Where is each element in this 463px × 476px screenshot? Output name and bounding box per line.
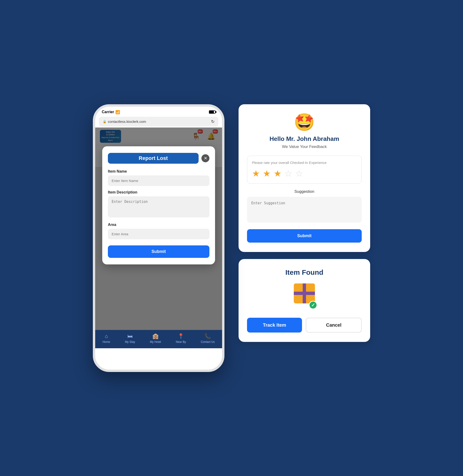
nav-my-stay[interactable]: 🛏 My Stay — [125, 333, 135, 344]
connector-line-top — [222, 149, 224, 150]
item-description-group: Item Description — [108, 190, 209, 218]
modal-submit-button[interactable]: Submit — [108, 245, 209, 258]
my-hotel-nav-icon: 🏨 — [152, 333, 159, 339]
modal-title: Report Lost — [108, 153, 199, 164]
star-2[interactable]: ★ — [263, 168, 271, 179]
suggestion-label: Suggestion — [247, 189, 362, 194]
star-1[interactable]: ★ — [252, 168, 260, 179]
item-found-card: Item Found ✓ Track Item Cancel — [239, 259, 370, 342]
phone-frame: Carrier 📶 🔒 contactless.kioclerk.com ↻ — [93, 104, 224, 372]
modal-overlay: Report Lost ✕ Item Name Item Description — [95, 128, 222, 348]
ribbon-vertical — [303, 284, 306, 303]
track-item-button[interactable]: Track Item — [247, 318, 302, 332]
feedback-subtitle: We Value Your Feedback — [247, 144, 362, 149]
status-right — [209, 110, 215, 114]
modal-close-button[interactable]: ✕ — [201, 154, 209, 162]
carrier-text: Carrier — [102, 110, 114, 114]
suggestion-input[interactable] — [247, 197, 362, 223]
report-lost-modal: Report Lost ✕ Item Name Item Description — [102, 146, 215, 264]
my-hotel-nav-label: My Hotel — [150, 340, 161, 344]
near-by-nav-label: Near By — [176, 340, 186, 344]
area-group: Area — [108, 223, 209, 239]
url-text: contactless.kioclerk.com — [108, 120, 146, 123]
my-stay-nav-label: My Stay — [125, 340, 135, 344]
package-box — [294, 284, 315, 303]
battery-icon — [209, 110, 215, 114]
status-left: Carrier 📶 — [102, 110, 120, 114]
item-description-input[interactable] — [108, 196, 209, 217]
home-nav-label: Home — [102, 340, 110, 344]
nav-home[interactable]: ⌂ Home — [102, 333, 110, 344]
feedback-icon-area: 🤩 — [247, 114, 362, 130]
cancel-button[interactable]: Cancel — [306, 318, 362, 332]
feedback-submit-button[interactable]: Submit — [247, 229, 362, 242]
star-4[interactable]: ☆ — [284, 168, 292, 179]
area-label: Area — [108, 223, 209, 227]
item-name-input[interactable] — [108, 175, 209, 186]
browser-url: 🔒 contactless.kioclerk.com — [103, 120, 146, 123]
refresh-icon[interactable]: ↻ — [211, 119, 214, 124]
nav-contact-us[interactable]: 📞 Contact Us — [201, 333, 214, 344]
rating-box: Please rate your overall Checked-In Expe… — [247, 156, 362, 184]
my-stay-nav-icon: 🛏 — [127, 333, 133, 339]
item-found-title: Item Found — [247, 268, 362, 277]
modal-header: Report Lost ✕ — [108, 153, 209, 164]
item-name-group: Item Name — [108, 169, 209, 186]
rating-placeholder-text: Please rate your overall Checked-In Expe… — [252, 161, 357, 164]
check-circle: ✓ — [309, 301, 317, 309]
star-5[interactable]: ☆ — [295, 168, 303, 179]
item-description-label: Item Description — [108, 190, 209, 194]
browser-bar[interactable]: 🔒 contactless.kioclerk.com ↻ — [99, 117, 218, 127]
star-3[interactable]: ★ — [274, 168, 282, 179]
nav-near-by[interactable]: 📍 Near By — [176, 333, 186, 344]
contact-nav-icon: 📞 — [205, 333, 211, 339]
stars-row[interactable]: ★ ★ ★ ☆ ☆ — [252, 168, 357, 179]
package-icon: ✓ — [291, 284, 317, 309]
item-found-icon-area: ✓ — [247, 284, 362, 309]
lock-icon: 🔒 — [103, 120, 107, 123]
contact-nav-label: Contact Us — [201, 340, 214, 344]
home-nav-icon: ⌂ — [105, 333, 108, 339]
item-name-label: Item Name — [108, 169, 209, 173]
near-by-nav-icon: 📍 — [178, 333, 184, 339]
right-panel: 🤩 Hello Mr. John Abraham We Value Your F… — [239, 104, 370, 342]
nav-my-hotel[interactable]: 🏨 My Hotel — [150, 333, 161, 344]
feedback-greeting: Hello Mr. John Abraham — [247, 135, 362, 143]
wifi-icon: 📶 — [116, 110, 120, 114]
phone-notch — [140, 107, 178, 115]
item-found-actions: Track Item Cancel — [247, 318, 362, 332]
feedback-card: 🤩 Hello Mr. John Abraham We Value Your F… — [239, 104, 370, 252]
phone-content: Days Inn& SuitesDays Inn & Suites Fort M… — [95, 128, 222, 348]
area-input[interactable] — [108, 229, 209, 239]
phone-mockup: Carrier 📶 🔒 contactless.kioclerk.com ↻ — [93, 104, 224, 372]
connector-line-bottom — [222, 280, 224, 280]
bottom-nav: ⌂ Home 🛏 My Stay 🏨 My Hotel 📍 Near By — [95, 330, 222, 348]
feedback-stars-emoji: 🤩 — [294, 114, 315, 130]
